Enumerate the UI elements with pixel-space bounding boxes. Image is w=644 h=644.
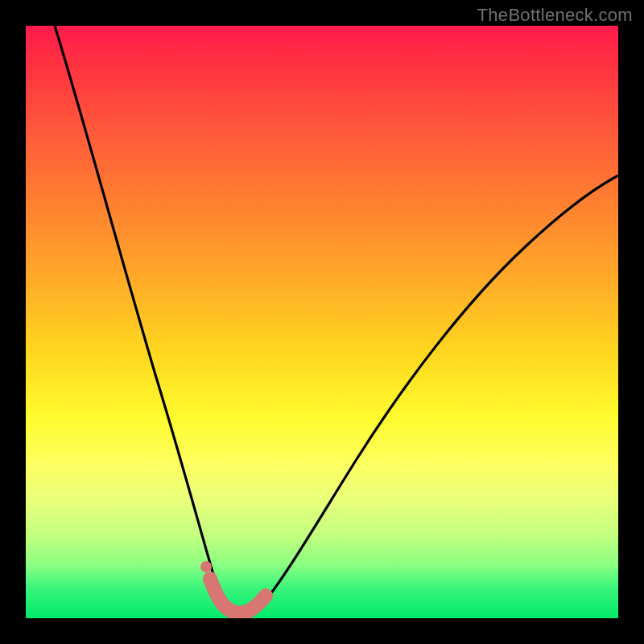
bottleneck-curve xyxy=(26,26,618,618)
chart-frame: TheBottleneck.com xyxy=(0,0,644,644)
curve-path xyxy=(55,26,618,615)
watermark-text: TheBottleneck.com xyxy=(477,5,633,26)
chart-plot-area xyxy=(26,26,618,618)
outlier-dot-icon xyxy=(200,561,212,572)
valley-marker xyxy=(210,579,266,613)
